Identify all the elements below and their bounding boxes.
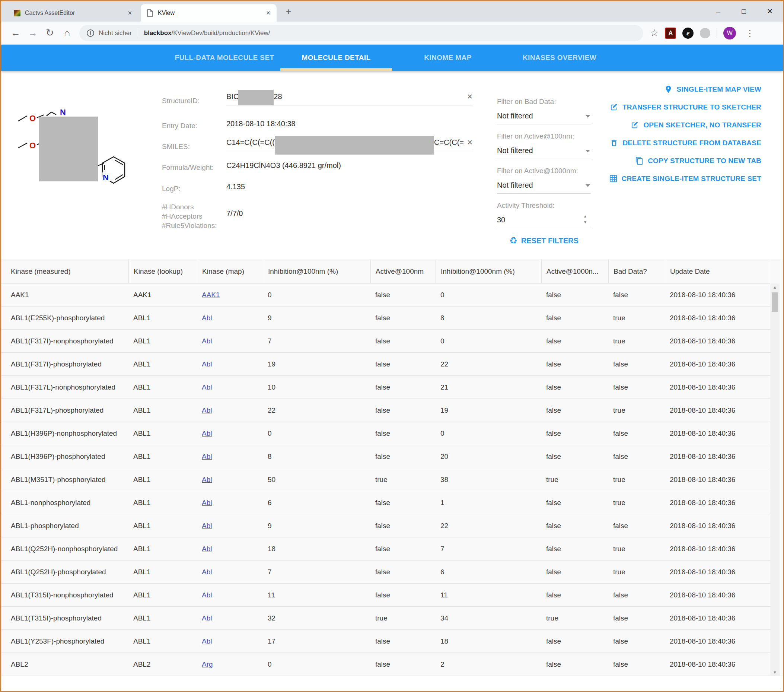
open-sketcher-no-transfer-button[interactable]: OPEN SKETCHER, NO TRANSFER <box>631 120 761 130</box>
tab-kinome-map[interactable]: KINOME MAP <box>392 45 504 71</box>
table-cell: 2018-08-10 18:40:36 <box>665 537 770 560</box>
browser-tab-cactvs[interactable]: Cactvs AssetEditor ✕ <box>8 4 138 21</box>
kinase-map-link[interactable]: Abl <box>202 591 212 599</box>
create-single-item-structure-set-button[interactable]: CREATE SINGLE-ITEM STRUCTURE SET <box>609 173 762 183</box>
table-cell: false <box>371 560 436 583</box>
spinner-down-icon[interactable]: ▼ <box>583 220 587 224</box>
trash-icon <box>610 139 618 147</box>
chevron-down-icon <box>586 115 590 118</box>
forward-button[interactable]: → <box>24 27 41 39</box>
browser-toolbar: ← → ↻ ⌂ i Nicht sicher blackbox/KViewDev… <box>1 21 783 45</box>
table-cell: false <box>371 630 436 652</box>
kinase-map-link[interactable]: Abl <box>202 314 212 322</box>
table-cell: 2018-08-10 18:40:36 <box>665 514 770 537</box>
tab-close-icon[interactable]: ✕ <box>127 10 132 17</box>
table-scrollbar[interactable]: ▲ ▼ <box>770 283 779 676</box>
tab-kinases-overview[interactable]: KINASES OVERVIEW <box>504 45 615 71</box>
table-cell: true <box>608 399 665 421</box>
kinase-map-link[interactable]: Abl <box>202 545 212 553</box>
kinase-map-link[interactable]: Abl <box>202 476 212 484</box>
table-cell: false <box>608 353 665 375</box>
redaction-box <box>238 90 273 106</box>
reset-filters-button[interactable]: ♻ RESET FILTERS <box>497 235 591 246</box>
table-cell: 0 <box>263 653 371 675</box>
column-header: Kinase (lookup) <box>128 260 197 283</box>
kinase-map-link[interactable]: Abl <box>202 406 212 415</box>
single-item-map-view-button[interactable]: SINGLE-ITEM MAP VIEW <box>664 84 761 94</box>
table-cell: Abl <box>197 353 263 375</box>
table-cell: false <box>371 353 436 375</box>
minimize-button[interactable]: – <box>705 1 731 21</box>
kinase-map-link[interactable]: Abl <box>202 637 212 646</box>
entry-date-value: 2018-08-10 18:40:38 <box>226 119 296 128</box>
table-cell: true <box>541 468 608 491</box>
spinner-up-icon[interactable]: ▲ <box>583 214 587 218</box>
extension-icon[interactable] <box>700 28 710 38</box>
table-cell: 7 <box>263 330 371 352</box>
tab-title: Cactvs AssetEditor <box>25 10 123 17</box>
browser-tab-kview[interactable]: KView ✕ <box>141 4 277 21</box>
smiles-input[interactable]: C14=C(C(=C((C=C(C(= ✕ <box>226 138 473 151</box>
table-cell: 1 <box>436 491 541 514</box>
filter-active100-select[interactable]: Not filtered <box>497 146 591 159</box>
kinase-map-link[interactable]: AAK1 <box>202 291 220 299</box>
table-cell: 38 <box>436 468 541 491</box>
table-cell: 7 <box>263 560 371 583</box>
kinase-map-link[interactable]: Abl <box>202 614 212 623</box>
table-cell: Abl <box>197 330 263 352</box>
bookmark-star-icon[interactable]: ☆ <box>650 27 659 39</box>
table-cell: 19 <box>263 353 371 375</box>
maximize-button[interactable]: □ <box>731 1 757 21</box>
kinase-map-link[interactable]: Abl <box>202 429 212 438</box>
scrollbar-thumb[interactable] <box>772 292 778 312</box>
scroll-up-icon[interactable]: ▲ <box>770 285 779 289</box>
back-button[interactable]: ← <box>7 27 24 39</box>
table-cell: ABL1(Q252H)-phosphorylated <box>1 560 128 583</box>
table-cell: ABL1 <box>128 399 197 421</box>
molecule-detail-panel: O N O N StructureID: BIC28 ✕ <box>1 71 783 259</box>
kinase-map-link[interactable]: Arg <box>202 661 213 669</box>
profile-avatar[interactable]: W <box>723 27 736 40</box>
tab-full-data-molecule-set[interactable]: FULL-DATA MOLECULE SET <box>169 45 280 71</box>
browser-menu-icon[interactable]: ⋮ <box>742 28 757 38</box>
copy-structure-button[interactable]: COPY STRUCTURE TO NEW TAB <box>635 156 761 166</box>
entry-date-label: Entry Date: <box>162 121 197 130</box>
new-tab-button[interactable]: + <box>282 6 295 17</box>
table-cell: false <box>541 353 608 375</box>
table-cell: false <box>541 422 608 445</box>
kinase-map-link[interactable]: Abl <box>202 499 212 507</box>
transfer-structure-to-sketcher-button[interactable]: TRANSFER STRUCTURE TO SKETCHER <box>610 102 761 112</box>
close-button[interactable]: ✕ <box>757 1 783 21</box>
address-bar[interactable]: i Nicht sicher blackbox/KViewDev/build/p… <box>79 25 643 41</box>
tab-close-icon[interactable]: ✕ <box>266 10 271 17</box>
kinase-map-link[interactable]: Abl <box>202 360 212 368</box>
molecule-structure: O N O N <box>16 106 143 192</box>
activity-threshold-input[interactable]: 30 <box>497 216 591 228</box>
reload-button[interactable]: ↻ <box>41 27 58 39</box>
home-button[interactable]: ⌂ <box>58 27 76 39</box>
tab-molecule-detail[interactable]: MOLECULE DETAIL <box>280 45 392 71</box>
kinase-map-link[interactable]: Abl <box>202 453 212 461</box>
page-info-icon[interactable]: i <box>87 30 94 37</box>
clear-smiles-icon[interactable]: ✕ <box>464 138 473 147</box>
kinase-map-link[interactable]: Abl <box>202 383 212 391</box>
adobe-extension-icon[interactable]: A <box>665 28 676 39</box>
filter-bad-data-select[interactable]: Not filtered <box>497 112 591 124</box>
kinase-map-link[interactable]: Abl <box>202 522 212 530</box>
clear-structure-id-icon[interactable]: ✕ <box>464 92 473 101</box>
table-row: ABL1(F317L)-nonphosphorylatedABL1Abl10fa… <box>1 375 770 398</box>
filter-active1000-label: Filter on Active@1000nm: <box>497 167 578 175</box>
kinase-map-link[interactable]: Abl <box>202 568 212 576</box>
table-cell: false <box>608 283 665 306</box>
svg-text:N: N <box>103 173 109 182</box>
structure-id-input[interactable]: BIC28 ✕ <box>226 92 473 106</box>
kinase-map-link[interactable]: Abl <box>202 337 212 345</box>
evernote-extension-icon[interactable]: e <box>682 28 693 39</box>
filter-active1000-select[interactable]: Not filtered <box>497 181 591 194</box>
delete-structure-button[interactable]: DELETE STRUCTURE FROM DATABASE <box>610 138 761 148</box>
table-cell: false <box>541 584 608 606</box>
scroll-down-icon[interactable]: ▼ <box>770 670 779 674</box>
table-cell: false <box>371 422 436 445</box>
threshold-spinner[interactable]: ▲ ▼ <box>583 214 587 224</box>
column-header: Inhibition@100nm (%) <box>263 260 371 283</box>
